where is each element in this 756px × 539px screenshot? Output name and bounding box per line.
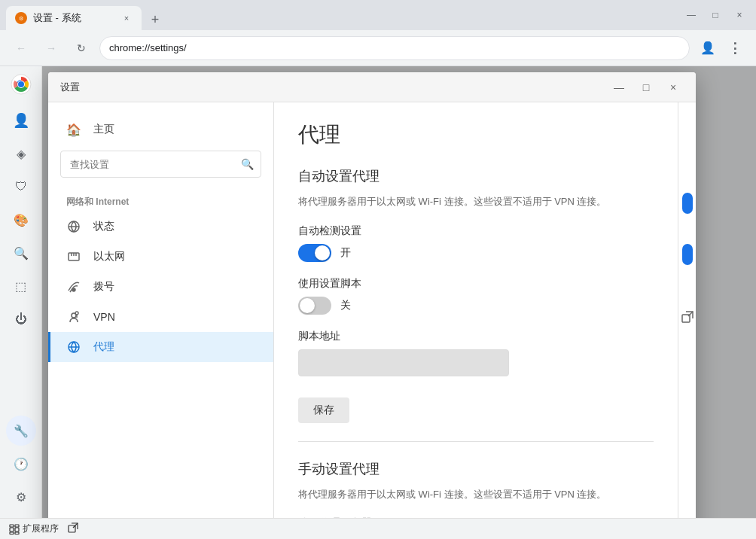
use-script-toggle-row: 关 bbox=[298, 297, 654, 315]
settings-window: 设置 — □ × 🏠 主页 bbox=[48, 72, 696, 518]
proxy-nav-icon bbox=[66, 340, 81, 355]
nav-status-label: 状态 bbox=[93, 220, 114, 233]
nav-item-proxy[interactable]: 代理 bbox=[48, 332, 273, 362]
svg-rect-25 bbox=[15, 532, 19, 534]
open-external-icon[interactable] bbox=[681, 310, 694, 324]
page-title: 代理 bbox=[298, 120, 654, 149]
settings-search-input[interactable] bbox=[60, 151, 261, 178]
settings-maximize-button[interactable]: □ bbox=[636, 77, 657, 98]
browser-maximize-button[interactable]: □ bbox=[705, 5, 726, 26]
sidebar-search-icon[interactable]: 🔍 bbox=[6, 238, 36, 268]
use-script-label: 使用设置脚本 bbox=[298, 277, 654, 291]
right-toggles-panel bbox=[678, 102, 696, 518]
url-bar[interactable]: chrome://settings/ bbox=[99, 36, 690, 60]
sidebar-autofill-icon[interactable]: ◈ bbox=[6, 139, 36, 169]
use-script-toggle-knob bbox=[300, 298, 315, 313]
sidebar-tools-icon[interactable]: 🔧 bbox=[6, 416, 36, 446]
address-bar: ← → ↻ chrome://settings/ 👤 ⋮ bbox=[0, 30, 756, 66]
svg-rect-21 bbox=[15, 528, 19, 531]
browser-titlebar: ⚙ 设置 - 系统 × + — □ × bbox=[0, 0, 756, 30]
refresh-button[interactable]: ↻ bbox=[69, 36, 93, 60]
svg-rect-23 bbox=[15, 525, 19, 527]
new-tab-button[interactable]: + bbox=[145, 9, 166, 30]
browser-bottom-bar: 扩展程序 bbox=[0, 518, 756, 539]
active-tab[interactable]: ⚙ 设置 - 系统 × bbox=[6, 6, 142, 30]
settings-overlay: 设置 — □ × 🏠 主页 bbox=[42, 66, 756, 518]
nav-item-ethernet[interactable]: 以太网 bbox=[48, 242, 273, 272]
back-button[interactable]: ← bbox=[9, 36, 33, 60]
auto-detect-toggle-knob bbox=[315, 245, 330, 260]
right-toggle-1 bbox=[682, 193, 693, 214]
browser-frame: ⚙ 设置 - 系统 × + — □ × ← → ↻ chrome://setti… bbox=[0, 0, 756, 539]
sidebar-default-browser-icon[interactable]: ⬚ bbox=[6, 271, 36, 301]
nav-home-label: 主页 bbox=[93, 123, 114, 136]
chrome-sidebar: 👤 ◈ 🛡 🎨 🔍 ⬚ ⏻ 🔧 🕐 ⚙ bbox=[0, 66, 42, 518]
auto-detect-state-label: 开 bbox=[340, 246, 351, 260]
settings-minimize-button[interactable]: — bbox=[608, 77, 629, 98]
status-icon bbox=[66, 219, 81, 234]
nav-proxy-label: 代理 bbox=[93, 340, 114, 354]
manual-section-desc: 将代理服务器用于以太网或 Wi-Fi 连接。这些设置不适用于 VPN 连接。 bbox=[298, 487, 654, 502]
sidebar-startup-icon[interactable]: ⏻ bbox=[6, 304, 36, 334]
nav-item-home[interactable]: 🏠 主页 bbox=[48, 114, 273, 145]
extensions-link[interactable]: 扩展程序 bbox=[9, 522, 59, 535]
script-address-row: 脚本地址 bbox=[298, 330, 654, 376]
svg-point-5 bbox=[18, 81, 24, 87]
use-proxy-row: 使用代理服务器 关 bbox=[298, 516, 654, 518]
sidebar-history-icon[interactable]: 🕐 bbox=[6, 449, 36, 479]
browser-content: 👤 ◈ 🛡 🎨 🔍 ⬚ ⏻ 🔧 🕐 ⚙ 设置 — □ × bbox=[0, 66, 756, 518]
manual-section-title: 手动设置代理 bbox=[298, 460, 654, 478]
svg-rect-24 bbox=[10, 532, 14, 534]
menu-button[interactable]: ⋮ bbox=[723, 36, 747, 60]
window-controls: — □ × bbox=[681, 5, 750, 26]
forward-button[interactable]: → bbox=[39, 36, 63, 60]
tab-close-button[interactable]: × bbox=[120, 12, 133, 24]
chrome-logo-icon bbox=[9, 72, 33, 96]
extensions-icon bbox=[9, 524, 20, 534]
section-divider bbox=[298, 441, 654, 442]
settings-nav: 🏠 主页 🔍 网络和 Internet bbox=[48, 102, 274, 518]
tab-title: 设置 - 系统 bbox=[33, 11, 114, 25]
browser-close-button[interactable]: × bbox=[729, 5, 750, 26]
sidebar-extensions-icon[interactable]: ⚙ bbox=[6, 482, 36, 512]
profile-button[interactable]: 👤 bbox=[696, 36, 720, 60]
svg-point-14 bbox=[75, 312, 78, 315]
auto-detect-row: 自动检测设置 开 bbox=[298, 224, 654, 262]
auto-detect-label: 自动检测设置 bbox=[298, 224, 654, 238]
use-script-row: 使用设置脚本 关 bbox=[298, 277, 654, 315]
auto-detect-toggle[interactable] bbox=[298, 244, 331, 262]
script-address-label: 脚本地址 bbox=[298, 330, 654, 343]
dialup-icon bbox=[66, 279, 81, 294]
vpn-icon bbox=[66, 309, 81, 324]
nav-item-dialup[interactable]: 拨号 bbox=[48, 272, 273, 302]
nav-dialup-label: 拨号 bbox=[93, 280, 114, 294]
settings-main: 代理 自动设置代理 将代理服务器用于以太网或 Wi-Fi 连接。这些设置不适用于… bbox=[274, 102, 678, 518]
save-button[interactable]: 保存 bbox=[298, 397, 349, 423]
extensions-label: 扩展程序 bbox=[23, 522, 59, 535]
settings-window-title: 设置 bbox=[60, 81, 608, 94]
extensions-open-icon[interactable] bbox=[68, 522, 78, 535]
settings-body: 🏠 主页 🔍 网络和 Internet bbox=[48, 102, 696, 518]
nav-section-header: 网络和 Internet bbox=[48, 190, 273, 212]
settings-titlebar: 设置 — □ × bbox=[48, 72, 696, 102]
ethernet-icon bbox=[66, 249, 81, 264]
svg-rect-20 bbox=[10, 528, 14, 531]
svg-line-19 bbox=[688, 312, 693, 316]
sidebar-appearance-icon[interactable]: 🎨 bbox=[6, 205, 36, 235]
url-text: chrome://settings/ bbox=[109, 42, 187, 53]
use-script-toggle[interactable] bbox=[298, 297, 331, 315]
nav-vpn-label: VPN bbox=[93, 311, 115, 323]
use-script-state-label: 关 bbox=[340, 299, 351, 312]
sidebar-profile-icon[interactable]: 👤 bbox=[6, 105, 36, 136]
settings-close-button[interactable]: × bbox=[663, 77, 684, 98]
browser-minimize-button[interactable]: — bbox=[681, 5, 702, 26]
nav-item-vpn[interactable]: VPN bbox=[48, 302, 273, 332]
auto-detect-toggle-row: 开 bbox=[298, 244, 654, 262]
settings-search-container: 🔍 bbox=[60, 151, 261, 178]
script-address-input[interactable] bbox=[298, 349, 509, 376]
tab-bar: ⚙ 设置 - 系统 × + bbox=[6, 0, 675, 30]
search-icon: 🔍 bbox=[241, 158, 254, 170]
sidebar-safety-icon[interactable]: 🛡 bbox=[6, 172, 36, 202]
svg-text:⚙: ⚙ bbox=[19, 16, 23, 21]
nav-item-status[interactable]: 状态 bbox=[48, 212, 273, 242]
